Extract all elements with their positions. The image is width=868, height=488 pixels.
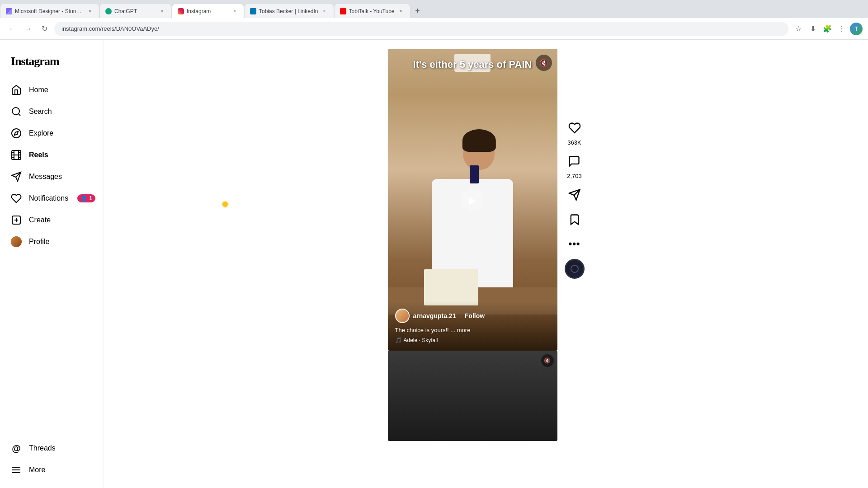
app-layout: Instagram Home Search — [0, 40, 868, 488]
menu-icon[interactable]: ⋮ — [835, 23, 848, 35]
reel-user-row: arnavgupta.21 · Follow — [395, 309, 550, 323]
reel-caption-text: It's either 5 years of PAIN — [397, 58, 548, 71]
profile-avatar-icon — [11, 236, 22, 247]
sidebar-item-more[interactable]: More — [5, 459, 98, 481]
notifications-badge: 👤 1 — [77, 194, 95, 202]
sidebar-item-explore-label: Explore — [29, 129, 53, 137]
tab-close-chatgpt[interactable]: × — [159, 8, 166, 15]
download-icon[interactable]: ⬇ — [807, 23, 819, 35]
reel-user-avatar[interactable] — [395, 309, 410, 323]
reel-mute-button[interactable]: 🔇 — [536, 55, 552, 71]
reel-more-action[interactable]: ••• — [568, 238, 580, 250]
reel-bottom-info: arnavgupta.21 · Follow The choice is you… — [388, 301, 557, 351]
sidebar-item-search-label: Search — [29, 108, 52, 116]
tab-favicon-microsoft — [6, 8, 12, 14]
comment-count: 2,703 — [567, 173, 582, 179]
notifications-icon — [11, 193, 22, 204]
reel-preview[interactable]: 🔇 — [388, 351, 557, 441]
comment-icon — [568, 155, 580, 171]
sidebar-item-profile-label: Profile — [29, 238, 49, 246]
music-note-icon: 🎵 — [395, 337, 402, 343]
reel-video[interactable]: It's either 5 years of PAIN ▶ 🔇 — [388, 49, 557, 351]
play-icon: ▶ — [469, 195, 476, 206]
sidebar-item-threads[interactable]: @ Threads — [5, 437, 98, 459]
create-icon — [11, 215, 22, 225]
sidebar: Instagram Home Search — [0, 40, 104, 488]
tab-close-microsoft[interactable]: × — [86, 8, 94, 15]
tab-linkedin[interactable]: Tobias Becker | LinkedIn × — [244, 4, 334, 18]
svg-point-0 — [12, 108, 19, 115]
address-bar[interactable]: instagram.com/reels/DAN0OVaADye/ — [54, 22, 788, 36]
share-icon — [568, 188, 581, 204]
browser-toolbar: ← → ↻ instagram.com/reels/DAN0OVaADye/ ☆… — [0, 18, 868, 40]
tab-close-instagram[interactable]: × — [231, 8, 238, 15]
back-button[interactable]: ← — [5, 23, 18, 35]
reel-action-bar: 363K 2,703 — [565, 118, 585, 282]
instagram-logo[interactable]: Instagram — [5, 47, 98, 79]
tab-title-chatgpt: ChatGPT — [114, 8, 156, 14]
reels-icon — [11, 150, 22, 160]
new-tab-button[interactable]: + — [410, 4, 425, 18]
sidebar-item-threads-label: Threads — [29, 444, 56, 452]
sidebar-item-profile[interactable]: Profile — [5, 231, 98, 253]
sidebar-item-more-label: More — [29, 466, 45, 474]
sidebar-bottom: @ Threads More — [5, 437, 98, 481]
forward-button[interactable]: → — [22, 23, 34, 35]
sidebar-item-home-label: Home — [29, 86, 48, 94]
tab-favicon-chatgpt — [105, 8, 112, 14]
tab-youtube[interactable]: TobiTalk - YouTube × — [334, 4, 410, 18]
reload-button[interactable]: ↻ — [38, 23, 51, 35]
reels-feed: It's either 5 years of PAIN ▶ 🔇 — [388, 49, 585, 441]
main-content: It's either 5 years of PAIN ▶ 🔇 — [104, 40, 868, 488]
reel-music: 🎵 Adele · Skyfall — [395, 337, 550, 343]
tab-close-youtube[interactable]: × — [397, 8, 405, 15]
toolbar-actions: ☆ ⬇ 🧩 ⋮ T — [792, 23, 863, 35]
url-text: instagram.com/reels/DAN0OVaADye/ — [61, 25, 159, 32]
sidebar-item-reels[interactable]: Reels — [5, 144, 98, 166]
like-count: 363K — [567, 139, 581, 146]
sidebar-item-notifications-label: Notifications — [29, 194, 68, 202]
sidebar-item-create[interactable]: Create — [5, 209, 98, 231]
reel-music-disc[interactable] — [565, 259, 585, 279]
badge-person-icon: 👤 — [80, 195, 87, 202]
badge-count: 1 — [89, 195, 92, 202]
sidebar-item-search[interactable]: Search — [5, 101, 98, 122]
extensions-icon[interactable]: 🧩 — [821, 23, 834, 35]
svg-marker-3 — [14, 131, 18, 135]
more-icon — [11, 465, 22, 475]
sidebar-item-reels-label: Reels — [29, 151, 48, 159]
tab-microsoft[interactable]: Microsoft Designer - Stunning × — [0, 4, 99, 18]
reel-share-action[interactable] — [568, 188, 581, 204]
bookmark-icon[interactable]: ☆ — [792, 23, 805, 35]
browser-profile[interactable]: T — [850, 23, 863, 35]
reel-save-action[interactable] — [568, 213, 581, 229]
tab-title-youtube: TobiTalk - YouTube — [349, 8, 395, 14]
browser-chrome: Microsoft Designer - Stunning × ChatGPT … — [0, 0, 868, 40]
save-icon — [568, 213, 581, 229]
reel-username[interactable]: arnavgupta.21 — [413, 312, 456, 319]
reel-comment-action[interactable]: 2,703 — [567, 155, 582, 179]
tab-close-linkedin[interactable]: × — [321, 8, 328, 15]
sidebar-nav: Home Search Explore — [5, 79, 98, 253]
explore-icon — [11, 128, 22, 139]
sidebar-item-messages[interactable]: Messages — [5, 166, 98, 188]
more-dots-icon: ••• — [568, 238, 580, 250]
sidebar-item-create-label: Create — [29, 216, 51, 224]
reel-caption-area: It's either 5 years of PAIN — [388, 49, 557, 80]
tab-instagram[interactable]: Instagram × — [172, 4, 244, 18]
sidebar-item-messages-label: Messages — [29, 173, 62, 181]
tab-favicon-instagram — [178, 8, 184, 14]
reel-follow-button[interactable]: Follow — [465, 312, 485, 319]
reel-play-button[interactable]: ▶ — [461, 189, 484, 211]
sidebar-item-home[interactable]: Home — [5, 79, 98, 101]
tab-chatgpt[interactable]: ChatGPT × — [99, 4, 172, 18]
avatar-image — [396, 310, 409, 322]
svg-line-1 — [19, 114, 20, 116]
sidebar-item-explore[interactable]: Explore — [5, 122, 98, 144]
home-icon — [11, 84, 22, 95]
reel-like-action[interactable]: 363K — [567, 122, 581, 146]
tab-favicon-youtube — [340, 8, 346, 14]
sidebar-item-notifications[interactable]: Notifications 👤 1 — [5, 188, 98, 209]
svg-point-2 — [12, 129, 21, 138]
mute-icon: 🔇 — [539, 59, 548, 67]
